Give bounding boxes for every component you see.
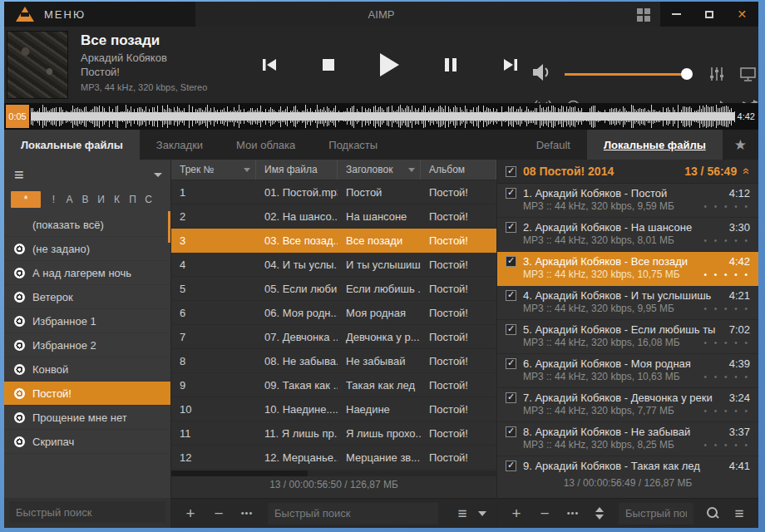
- track-checkbox[interactable]: [506, 426, 516, 437]
- list-item[interactable]: Избранное 2: [4, 333, 170, 357]
- sort-order-button[interactable]: [589, 507, 610, 520]
- table-row[interactable]: 1111. Я лишь пр...Я лишь прохо...Постой!: [171, 421, 496, 446]
- rating-dots[interactable]: • • • • •: [703, 270, 750, 279]
- layout-grid-icon[interactable]: [637, 8, 650, 22]
- sidebar-scrollbar[interactable]: [168, 211, 170, 243]
- table-row[interactable]: 505. Если люби...Если любишь ...Постой!: [171, 277, 496, 301]
- playlist-track[interactable]: 1. Аркадий Кобяков - Постой4:12 MP3 :: 4…: [497, 184, 758, 218]
- tab-local-files-left[interactable]: Локальные файлы: [4, 130, 140, 160]
- main-menu-button[interactable]: МЕНЮ: [4, 2, 195, 27]
- playlist-track[interactable]: 6. Аркадий Кобяков - Моя родная4:39 MP3 …: [497, 354, 758, 388]
- table-search-input[interactable]: [268, 503, 438, 525]
- list-item[interactable]: Прощение мне нет: [4, 406, 170, 430]
- playlist-track-current[interactable]: 3. Аркадий Кобяков - Все позади4:42 MP3 …: [497, 252, 758, 286]
- volume-slider-knob[interactable]: [681, 68, 693, 80]
- album-art[interactable]: [7, 31, 68, 99]
- list-item[interactable]: (не задано): [4, 237, 170, 261]
- sidebar-menu-icon[interactable]: ≡: [14, 166, 24, 183]
- alpha-filter[interactable]: !: [46, 194, 62, 205]
- filter-funnel-icon[interactable]: [408, 168, 415, 172]
- table-row-selected[interactable]: 303. Все позад...Все позадиПостой!: [171, 229, 496, 253]
- alpha-filter[interactable]: В: [77, 194, 93, 205]
- table-row[interactable]: 909. Такая как ...Такая как ледПостой!: [171, 373, 496, 397]
- scrollbar-thumb[interactable]: [171, 470, 308, 476]
- volume-mute-icon[interactable]: [531, 63, 551, 85]
- play-button[interactable]: [378, 52, 400, 77]
- playlist-track[interactable]: 2. Аркадий Кобяков - На шансоне3:30 MP3 …: [497, 218, 758, 252]
- playlist-track[interactable]: 7. Аркадий Кобяков - Девчонка у реки3:24…: [497, 388, 758, 422]
- group-checkbox[interactable]: [506, 166, 516, 177]
- track-checkbox[interactable]: [506, 461, 516, 471]
- chevron-down-icon[interactable]: [154, 173, 162, 177]
- column-album[interactable]: Альбом: [421, 160, 496, 180]
- remove-button[interactable]: −: [532, 505, 557, 521]
- rating-dots[interactable]: • • • • •: [703, 441, 750, 450]
- rating-dots[interactable]: • • • • •: [703, 338, 750, 347]
- track-checkbox[interactable]: [506, 324, 516, 335]
- elapsed-time-badge[interactable]: 0:05: [6, 105, 29, 128]
- close-button[interactable]: ✕: [726, 2, 758, 27]
- list-item-selected[interactable]: Постой!: [4, 382, 170, 406]
- view-menu-button[interactable]: ≡: [447, 505, 490, 521]
- bookmark-star-icon[interactable]: ★: [723, 130, 758, 160]
- volume-slider[interactable]: [565, 73, 689, 76]
- table-row[interactable]: 606. Моя родн...Моя роднаяПостой!: [171, 301, 496, 325]
- maximize-button[interactable]: [693, 2, 725, 27]
- tab-clouds[interactable]: Мои облака: [220, 130, 312, 160]
- list-item[interactable]: Скрипач: [4, 430, 170, 454]
- playlist-track[interactable]: 9. Аркадий Кобяков - Такая как лед4:41: [497, 456, 758, 475]
- tab-local-files-playlist[interactable]: Локальные файлы: [587, 130, 723, 160]
- visualization-display-icon[interactable]: [739, 66, 757, 86]
- sidebar-search-input[interactable]: [9, 501, 165, 523]
- previous-track-button[interactable]: [260, 57, 279, 73]
- playlist-menu-button[interactable]: ≡: [727, 505, 752, 521]
- stop-button[interactable]: [322, 58, 335, 71]
- playlist-track[interactable]: 4. Аркадий Кобяков - И ты услышишь4:21 M…: [497, 286, 758, 320]
- minimize-button[interactable]: [660, 2, 693, 27]
- more-button[interactable]: •••: [234, 509, 259, 518]
- equalizer-icon[interactable]: [708, 66, 725, 86]
- playlist-track[interactable]: 5. Аркадий Кобяков - Если любишь ты7:02 …: [497, 320, 758, 354]
- table-row[interactable]: 404. И ты услы...И ты услышишьПостой!: [171, 253, 496, 277]
- track-checkbox[interactable]: [506, 256, 516, 267]
- horizontal-scrollbar[interactable]: [171, 470, 496, 476]
- alpha-filter[interactable]: П: [125, 194, 141, 205]
- tab-podcasts[interactable]: Подкасты: [312, 130, 394, 160]
- table-row[interactable]: 808. Не забыва...Не забывайПостой!: [171, 349, 496, 373]
- track-checkbox[interactable]: [506, 358, 516, 369]
- add-button[interactable]: +: [178, 505, 203, 521]
- filter-funnel-icon[interactable]: [244, 168, 250, 172]
- search-icon[interactable]: [702, 505, 723, 522]
- alpha-filter[interactable]: К: [109, 194, 125, 205]
- remove-button[interactable]: −: [206, 505, 231, 521]
- table-row[interactable]: 1010. Наедине....НаединеПостой!: [171, 397, 496, 421]
- next-track-button[interactable]: [501, 57, 520, 73]
- track-checkbox[interactable]: [506, 188, 516, 199]
- table-row[interactable]: 101. Постой.mp3ПостойПостой!: [171, 180, 496, 204]
- rating-dots[interactable]: • • • • •: [703, 304, 750, 313]
- list-item[interactable]: Конвой: [4, 357, 170, 382]
- alpha-filter[interactable]: А: [62, 194, 77, 205]
- alpha-all[interactable]: *: [11, 191, 41, 208]
- track-checkbox[interactable]: [506, 222, 516, 233]
- rating-dots[interactable]: • • • • •: [703, 406, 750, 416]
- seekbar-waveform[interactable]: 0:05 4:42: [4, 103, 758, 130]
- track-checkbox[interactable]: [506, 392, 516, 403]
- column-file-name[interactable]: Имя файла: [256, 160, 338, 180]
- titlebar[interactable]: МЕНЮ AIMP ✕: [4, 2, 758, 27]
- column-title[interactable]: Заголовок: [338, 160, 421, 180]
- alpha-filter[interactable]: И: [93, 194, 109, 205]
- list-item[interactable]: (показать всё): [4, 213, 170, 237]
- table-row[interactable]: 202. На шансо...На шансонеПостой!: [171, 204, 496, 229]
- rating-dots[interactable]: • • • • •: [703, 236, 750, 245]
- collapse-icon[interactable]: «: [740, 168, 753, 175]
- playlist-track[interactable]: 8. Аркадий Кобяков - Не забывай3:37 MP3 …: [497, 422, 758, 456]
- track-checkbox[interactable]: [506, 290, 516, 301]
- pause-button[interactable]: [443, 57, 458, 73]
- rating-dots[interactable]: • • • • •: [703, 372, 750, 382]
- list-item[interactable]: Ветерок: [4, 285, 170, 309]
- table-row[interactable]: 707. Девчонка ...Девчонка у р...Постой!: [171, 325, 496, 349]
- more-button[interactable]: •••: [560, 509, 585, 518]
- table-row[interactable]: 1212. Мерцанье...Мерцание зв...Постой!: [171, 446, 496, 470]
- playlist-search-input[interactable]: [619, 503, 693, 525]
